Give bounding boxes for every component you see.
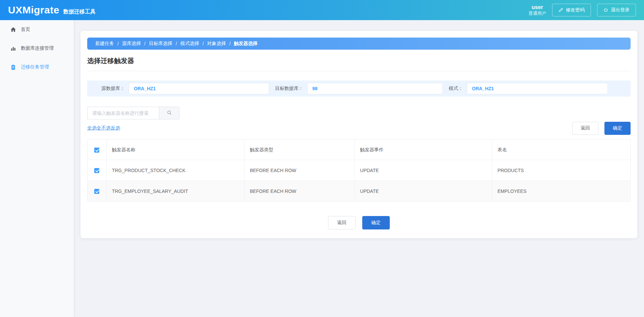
cell-trigger-type: BEFORE EACH ROW xyxy=(244,160,355,181)
invert-selection-link[interactable]: 反选 xyxy=(111,125,120,130)
selection-actions-row: 全选全不选反选 返回 确定 xyxy=(87,121,631,135)
select-all-checkbox[interactable] xyxy=(94,148,99,153)
search-button[interactable] xyxy=(159,107,179,119)
row-checkbox[interactable] xyxy=(94,189,99,194)
cell-trigger-name: TRG_PRODUCT_STOCK_CHECK xyxy=(106,160,244,181)
sidebar-item-migration-tasks[interactable]: 迁移任务管理 xyxy=(0,60,74,74)
content-card: 新建任务 / 源库选择 / 目标库选择 / 模式选择 / 对象选择 / 触发器选… xyxy=(80,31,637,238)
breadcrumb-separator: / xyxy=(144,41,146,46)
back-button-bottom[interactable]: 返回 xyxy=(328,216,356,229)
cell-trigger-event: UPDATE xyxy=(355,181,492,202)
breadcrumb-separator: / xyxy=(117,41,119,46)
cell-trigger-name: TRG_EMPLOYEE_SALARY_AUDIT xyxy=(106,181,244,202)
breadcrumb: 新建任务 / 源库选择 / 目标库选择 / 模式选择 / 对象选择 / 触发器选… xyxy=(87,38,631,50)
breadcrumb-step-schema[interactable]: 模式选择 xyxy=(180,41,199,47)
table-row: TRG_EMPLOYEE_SALARY_AUDIT BEFORE EACH RO… xyxy=(88,181,631,202)
logout-button[interactable]: 退出登录 xyxy=(597,4,636,16)
confirm-button-top[interactable]: 确定 xyxy=(604,122,631,135)
breadcrumb-separator: / xyxy=(203,41,204,46)
breadcrumb-step-triggers-current: 触发器选择 xyxy=(234,41,257,47)
title-divider xyxy=(87,71,631,71)
search-bar xyxy=(87,107,179,119)
breadcrumb-step-source-db[interactable]: 源库选择 xyxy=(122,41,141,47)
schema-label: 模式： xyxy=(449,86,463,92)
column-header-trigger-name: 触发器名称 xyxy=(106,140,244,160)
bar-chart-icon xyxy=(10,45,16,51)
confirm-button-bottom[interactable]: 确定 xyxy=(362,216,390,229)
cell-table-name: EMPLOYEES xyxy=(492,181,631,202)
sidebar-item-label: 迁移任务管理 xyxy=(21,64,49,70)
cell-trigger-type: BEFORE EACH ROW xyxy=(244,181,355,202)
source-db-field[interactable] xyxy=(129,83,269,94)
breadcrumb-step-new-task[interactable]: 新建任务 xyxy=(95,41,114,47)
select-none-link[interactable]: 全不选 xyxy=(97,125,111,130)
table-header-row: 触发器名称 触发器类型 触发器事件 表名 xyxy=(88,140,631,160)
cell-trigger-event: UPDATE xyxy=(355,160,492,181)
user-info: user 普通用户 xyxy=(529,4,546,16)
table-row: TRG_PRODUCT_STOCK_CHECK BEFORE EACH ROW … xyxy=(88,160,631,181)
clipboard-icon xyxy=(10,64,16,70)
target-db-field[interactable] xyxy=(307,83,443,94)
sidebar-item-label: 首页 xyxy=(21,27,30,33)
column-header-trigger-type: 触发器类型 xyxy=(244,140,355,160)
footer-actions: 返回 确定 xyxy=(87,216,631,229)
schema-field[interactable] xyxy=(467,83,608,94)
logout-label: 退出登录 xyxy=(611,7,630,13)
select-all-link[interactable]: 全选 xyxy=(87,125,97,130)
sidebar-item-home[interactable]: 首页 xyxy=(0,23,74,36)
user-role: 普通用户 xyxy=(529,11,546,16)
app-logo: UXMigrate 数据迁移工具 xyxy=(8,4,96,16)
breadcrumb-separator: / xyxy=(176,41,177,46)
selection-links: 全选全不选反选 xyxy=(87,125,120,131)
search-input[interactable] xyxy=(87,107,159,119)
sidebar-item-label: 数据库连接管理 xyxy=(21,45,54,51)
power-icon xyxy=(603,8,608,12)
source-db-group: 源数据库： xyxy=(101,83,269,94)
app-logo-text: UXMigrate xyxy=(8,4,59,16)
target-db-group: 目标数据库： xyxy=(275,83,443,94)
app-logo-subtitle: 数据迁移工具 xyxy=(63,8,96,15)
breadcrumb-separator: / xyxy=(229,41,231,46)
user-name: user xyxy=(529,4,546,11)
schema-group: 模式： xyxy=(449,83,616,94)
pencil-icon xyxy=(558,8,563,12)
sidebar-item-db-connections[interactable]: 数据库连接管理 xyxy=(0,42,74,55)
row-checkbox[interactable] xyxy=(94,168,99,173)
home-icon xyxy=(10,27,16,33)
change-password-label: 修改密码 xyxy=(566,7,585,13)
breadcrumb-step-objects[interactable]: 对象选择 xyxy=(207,41,226,47)
column-header-table-name: 表名 xyxy=(492,140,631,160)
source-db-label: 源数据库： xyxy=(101,86,125,92)
breadcrumb-step-target-db[interactable]: 目标库选择 xyxy=(149,41,172,47)
cell-table-name: PRODUCTS xyxy=(492,160,631,181)
search-icon xyxy=(167,110,172,116)
app-header: UXMigrate 数据迁移工具 user 普通用户 修改密码 退出登录 xyxy=(0,0,644,20)
main-content: 新建任务 / 源库选择 / 目标库选择 / 模式选择 / 对象选择 / 触发器选… xyxy=(74,20,644,317)
page-title: 选择迁移触发器 xyxy=(87,56,631,65)
target-db-label: 目标数据库： xyxy=(275,86,303,92)
change-password-button[interactable]: 修改密码 xyxy=(552,4,591,16)
migration-summary-bar: 源数据库： 目标数据库： 模式： xyxy=(87,81,631,97)
back-button-top[interactable]: 返回 xyxy=(572,122,598,135)
sidebar: 首页 数据库连接管理 迁移任务管理 xyxy=(0,20,74,317)
triggers-table: 触发器名称 触发器类型 触发器事件 表名 TRG_PRODUCT_STOCK_C… xyxy=(87,140,631,202)
column-header-trigger-event: 触发器事件 xyxy=(355,140,492,160)
